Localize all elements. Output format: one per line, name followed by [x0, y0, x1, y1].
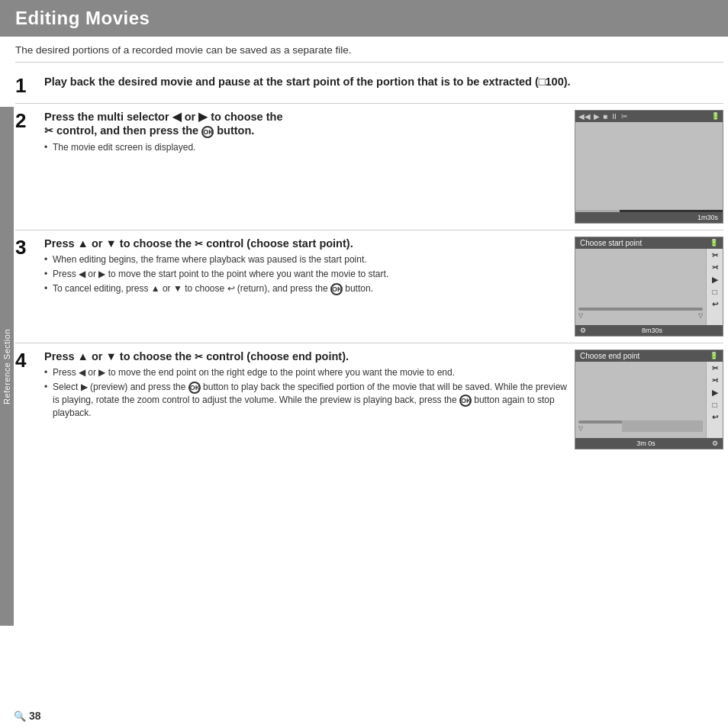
step-2-bullet-1: The movie edit screen is displayed. — [44, 141, 569, 154]
step-3-bullets: When editing begins, the frame where pla… — [44, 253, 569, 295]
screen-start-body: ▽ ▽ — [575, 249, 706, 325]
scissors-icon: ✂ — [621, 112, 627, 121]
screen-playback-body — [575, 122, 723, 210]
pause-icon: ⏸ — [610, 112, 618, 121]
screen-start-time: 8m30s — [642, 327, 662, 334]
step-3: 3 Press ▲ or ▼ to choose the ✂ control (… — [15, 230, 723, 343]
side-return-icon: ↩ — [712, 300, 718, 308]
end-side-scissors-icon: ✂ — [712, 364, 718, 372]
rewind-icon: ◀◀ — [578, 112, 591, 121]
screen-end-title: Choose end point — [580, 352, 639, 360]
start-timeline-markers: ▽ ▽ — [578, 312, 703, 319]
step-1-heading: Play back the desired movie and pause at… — [44, 75, 723, 89]
end-side-play-icon: ▶ — [712, 388, 718, 397]
ok-button-step4b: OK — [459, 395, 472, 407]
screen-end-bottom: 3m 0s ⚙ — [575, 438, 723, 449]
screen-end-time: 3m 0s — [636, 440, 656, 447]
start-marker-left: ▽ — [578, 312, 583, 319]
end-marker-left: ▽ — [578, 425, 583, 432]
step-4-text: Press ▲ or ▼ to choose the ✂ control (ch… — [44, 350, 569, 449]
screen-playback-bottom: 1m30s — [575, 212, 723, 223]
side-save-icon: □ — [712, 288, 717, 296]
step-4-number: 4 — [15, 350, 40, 449]
step-2-heading: Press the multi selector ◀ or ▶ to choos… — [44, 110, 569, 139]
screen-start-point: Choose start point 🔋 ▽ ▽ — [575, 237, 723, 337]
step-4-bullet-2: Select ▶ (preview) and press the OK butt… — [44, 381, 569, 419]
playback-toolbar-icons: ◀◀ ▶ ■ ⏸ ✂ — [578, 112, 627, 121]
step-4-heading: Press ▲ or ▼ to choose the ✂ control (ch… — [44, 350, 569, 364]
side-play-icon: ▶ — [712, 275, 718, 284]
end-timeline: ▽ ▽ — [578, 420, 703, 432]
step-4-bullets: Press ◀ or ▶ to move the end point on th… — [44, 366, 569, 419]
ok-button-step3-bullet: OK — [330, 283, 343, 295]
page-footer: 🔍 38 — [14, 710, 40, 722]
screen-start-header: Choose start point 🔋 — [575, 237, 723, 249]
screen-end-battery: 🔋 — [710, 352, 718, 360]
screen-end-side: ✂ ✂ ▶ □ ↩ — [706, 362, 723, 438]
end-side-save-icon: □ — [712, 401, 717, 409]
reference-section-label: Reference Section — [2, 329, 11, 404]
playback-time: 1m30s — [697, 214, 718, 221]
screen-start-gear: ⚙ — [580, 327, 586, 334]
battery-icon: 🔋 — [711, 112, 720, 120]
page-title: Editing Movies — [15, 8, 150, 29]
start-marker-right: ▽ — [698, 312, 703, 319]
step-4: 4 Press ▲ or ▼ to choose the ✂ control (… — [15, 343, 723, 456]
main-content: The desired portions of a recorded movie… — [0, 44, 728, 456]
intro-text: The desired portions of a recorded movie… — [15, 44, 723, 56]
title-bar: Editing Movies — [0, 0, 728, 37]
end-timeline-fill — [622, 420, 703, 432]
step-2-image: ◀◀ ▶ ■ ⏸ ✂ 🔋 1m30s — [575, 110, 723, 224]
footer-icon: 🔍 — [14, 710, 26, 722]
step-3-bullet-2: Press ◀ or ▶ to move the start point to … — [44, 268, 569, 281]
play-icon: ▶ — [594, 112, 600, 121]
side-scissors-icon: ✂ — [712, 251, 718, 259]
screen-playback: ◀◀ ▶ ■ ⏸ ✂ 🔋 1m30s — [575, 110, 723, 224]
screen-start-main: ▽ ▽ ✂ ✂ ▶ □ ↩ — [575, 249, 723, 325]
ok-button-step4: OK — [188, 382, 201, 394]
step-1-content: Play back the desired movie and pause at… — [44, 75, 723, 97]
screen-playback-toolbar: ◀◀ ▶ ■ ⏸ ✂ 🔋 — [575, 111, 723, 122]
page-number: 38 — [29, 710, 41, 722]
screen-end-body: ▽ ▽ — [575, 362, 706, 438]
step-3-image: Choose start point 🔋 ▽ ▽ — [575, 237, 723, 337]
step-2-number: 2 — [15, 110, 40, 224]
step-1-number: 1 — [15, 75, 40, 97]
step-3-bullet-1: When editing begins, the frame where pla… — [44, 253, 569, 266]
step-2-bullets: The movie edit screen is displayed. — [44, 141, 569, 154]
start-timeline: ▽ ▽ — [578, 308, 703, 319]
reference-section-sidebar: Reference Section — [0, 107, 14, 626]
step-4-content: Press ▲ or ▼ to choose the ✂ control (ch… — [44, 350, 723, 449]
step-4-image: Choose end point 🔋 ▽ ▽ — [575, 350, 723, 449]
step-1-text: Play back the desired movie and pause at… — [44, 75, 723, 97]
ok-button-step2: OK — [201, 126, 214, 138]
step-3-content: Press ▲ or ▼ to choose the ✂ control (ch… — [44, 237, 723, 337]
stop-icon: ■ — [603, 112, 607, 121]
step-2-text: Press the multi selector ◀ or ▶ to choos… — [44, 110, 569, 224]
step-2: 2 Press the multi selector ◀ or ▶ to cho… — [15, 104, 723, 230]
start-timeline-bar — [578, 308, 703, 311]
screen-start-battery: 🔋 — [710, 239, 718, 247]
step-1: 1 Play back the desired movie and pause … — [15, 69, 723, 104]
side-scissors2-icon: ✂ — [712, 263, 718, 272]
screen-start-side: ✂ ✂ ▶ □ ↩ — [706, 249, 723, 325]
screen-end-gear: ⚙ — [712, 440, 718, 447]
screen-start-bottom: ⚙ 8m30s — [575, 325, 723, 336]
step-2-content: Press the multi selector ◀ or ▶ to choos… — [44, 110, 723, 224]
end-timeline-bar — [578, 420, 703, 424]
step-3-heading: Press ▲ or ▼ to choose the ✂ control (ch… — [44, 237, 569, 251]
top-divider — [15, 62, 723, 63]
screen-end-header: Choose end point 🔋 — [575, 350, 723, 362]
step-4-bullet-1: Press ◀ or ▶ to move the end point on th… — [44, 366, 569, 379]
step-3-number: 3 — [15, 237, 40, 337]
step-3-text: Press ▲ or ▼ to choose the ✂ control (ch… — [44, 237, 569, 337]
end-side-scissors2-icon: ✂ — [712, 376, 718, 385]
screen-end-main: ▽ ▽ ✂ ✂ ▶ □ ↩ — [575, 362, 723, 438]
step-3-bullet-3: To cancel editing, press ▲ or ▼ to choos… — [44, 282, 569, 295]
screen-start-title: Choose start point — [580, 239, 642, 247]
end-side-return-icon: ↩ — [712, 413, 718, 421]
screen-end-point: Choose end point 🔋 ▽ ▽ — [575, 350, 723, 449]
